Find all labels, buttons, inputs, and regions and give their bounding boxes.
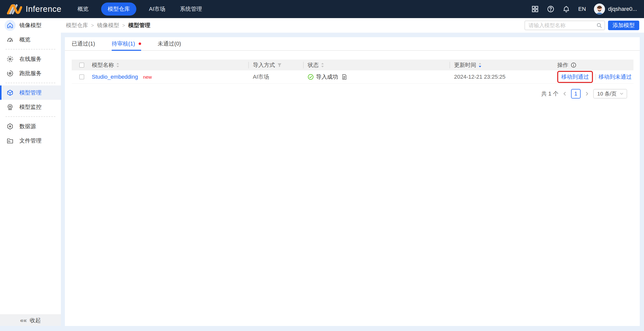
- tab-approved[interactable]: 已通过(1): [72, 37, 95, 50]
- sidebar-item-batch-service[interactable]: 跑批服务: [0, 66, 61, 80]
- apps-grid-icon[interactable]: [531, 5, 539, 13]
- select-all-checkbox[interactable]: [79, 63, 84, 68]
- breadcrumb-model-repo[interactable]: 模型仓库: [66, 22, 88, 29]
- sidebar-divider: [6, 83, 55, 83]
- breadcrumb-separator: >: [122, 23, 125, 28]
- data-source-icon: [5, 121, 16, 132]
- sort-icon[interactable]: [116, 62, 119, 68]
- brand-logo-icon: [7, 3, 22, 15]
- updated-time-cell: 2024-12-21 23:25:25: [454, 74, 557, 80]
- top-menu-overview[interactable]: 概览: [75, 3, 91, 16]
- brand[interactable]: Inference: [7, 3, 61, 15]
- breadcrumb: 模型仓库 > 镜像模型 > 模型管理: [66, 22, 150, 29]
- language-switch[interactable]: EN: [578, 6, 586, 12]
- column-separator: [450, 62, 450, 68]
- username-label: djqshare0...: [608, 6, 637, 12]
- column-separator: [303, 62, 304, 68]
- column-separator: [248, 62, 249, 68]
- top-menu-model-repo[interactable]: 模型仓库: [101, 3, 136, 16]
- breadcrumb-separator: >: [91, 23, 94, 28]
- search-input[interactable]: [525, 21, 605, 30]
- tab-rejected[interactable]: 未通过(0): [158, 37, 181, 50]
- header-model-name[interactable]: 模型名称: [92, 61, 253, 69]
- row-checkbox[interactable]: [79, 74, 84, 79]
- sidebar-item-data-source[interactable]: 数据源: [0, 119, 61, 133]
- header-import-method: 导入方式: [253, 61, 308, 69]
- status-tabs: 已通过(1) 待审核(1) 未通过(0): [65, 37, 640, 51]
- toolbar: 添加模型: [525, 21, 639, 30]
- move-to-rejected-link[interactable]: 移动到未通过: [598, 73, 632, 81]
- breadcrumb-image-model[interactable]: 镜像模型: [97, 22, 119, 29]
- breadcrumb-bar: 模型仓库 > 镜像模型 > 模型管理 添加模型: [61, 18, 644, 33]
- status-cell: 导入成功: [308, 73, 454, 81]
- page-size-select[interactable]: 10 条/页: [593, 89, 627, 99]
- sidebar-item-model-management[interactable]: 模型管理: [0, 85, 61, 100]
- import-method-cell: AI市场: [253, 73, 308, 81]
- sidebar-item-label: 在线服务: [19, 55, 42, 63]
- help-icon[interactable]: [547, 5, 554, 13]
- navbar-right: EN djqshare0...: [531, 4, 637, 15]
- header-checkbox-cell: [72, 63, 92, 68]
- sidebar-item-label: 概览: [19, 36, 30, 43]
- header-operation: 操作: [557, 61, 633, 69]
- dashboard-icon: [5, 34, 16, 45]
- chevron-down-icon: [620, 92, 624, 96]
- collapse-label: 收起: [30, 317, 41, 324]
- model-name-cell: Studio_embedding new: [92, 74, 253, 80]
- top-menu-system-admin[interactable]: 系统管理: [178, 3, 204, 16]
- sort-icon[interactable]: [321, 62, 324, 68]
- batch-service-icon: [5, 68, 16, 79]
- pagination-total: 共 1 个: [541, 90, 558, 98]
- next-page-icon[interactable]: [585, 91, 589, 96]
- header-updated-time[interactable]: 更新时间: [454, 61, 557, 69]
- sidebar-item-label: 数据源: [19, 123, 36, 130]
- sort-icon-descending-active[interactable]: [478, 62, 482, 68]
- top-menu-ai-market[interactable]: AI市场: [147, 3, 167, 16]
- move-to-approved-link[interactable]: 移动到通过: [561, 73, 589, 81]
- page-size-value: 10 条/页: [597, 90, 617, 97]
- sidebar-divider: [6, 49, 55, 50]
- header-status[interactable]: 状态: [308, 61, 454, 69]
- content-card: 已通过(1) 待审核(1) 未通过(0) 模型名称 导入方式: [65, 37, 640, 326]
- sidebar-item-label: 模型管理: [19, 89, 42, 97]
- sidebar-item-label: 镜像模型: [19, 22, 42, 29]
- action-divider: [595, 74, 596, 80]
- user-avatar: [594, 4, 605, 15]
- user-menu[interactable]: djqshare0...: [594, 4, 637, 15]
- status-text: 导入成功: [316, 73, 338, 81]
- filter-funnel-icon[interactable]: [277, 63, 282, 68]
- sidebar-item-online-service[interactable]: 在线服务: [0, 52, 61, 66]
- page-number-1[interactable]: 1: [571, 89, 581, 99]
- home-icon: [5, 20, 16, 31]
- notification-bell-icon[interactable]: [562, 5, 570, 13]
- tab-pending-review[interactable]: 待审核(1): [112, 37, 141, 50]
- sidebar-item-model-monitor[interactable]: 模型监控: [0, 100, 61, 114]
- prev-page-icon[interactable]: [562, 91, 567, 96]
- tab-label: 已通过(1): [72, 40, 95, 48]
- sidebar: 镜像模型 概览 在线服务: [0, 18, 61, 326]
- breadcrumb-current-page: 模型管理: [128, 22, 150, 29]
- model-table: 模型名称 导入方式 状态 更新时间: [72, 60, 633, 99]
- sidebar-item-overview[interactable]: 概览: [0, 32, 61, 47]
- folder-icon: [5, 135, 16, 146]
- sidebar-item-label: 跑批服务: [19, 70, 42, 77]
- search-icon[interactable]: [596, 23, 602, 28]
- info-icon[interactable]: [571, 62, 576, 68]
- new-badge: new: [143, 74, 152, 80]
- sidebar-item-label: 模型监控: [19, 103, 42, 111]
- collapse-chevrons-icon: ««: [20, 317, 27, 323]
- model-name-link[interactable]: Studio_embedding: [92, 74, 138, 80]
- sidebar-item-file-management[interactable]: 文件管理: [0, 133, 61, 148]
- row-checkbox-cell: [72, 74, 92, 79]
- success-check-icon: [308, 74, 314, 80]
- pagination: 共 1 个 1 10 条/页: [72, 89, 627, 99]
- top-navbar: Inference 概览 模型仓库 AI市场 系统管理: [0, 0, 644, 18]
- table-header: 模型名称 导入方式 状态 更新时间: [72, 60, 633, 70]
- sidebar-collapse-button[interactable]: «« 收起: [0, 314, 61, 326]
- log-file-icon[interactable]: [341, 74, 347, 80]
- operations-cell: 移动到通过 移动到未通过: [557, 71, 633, 83]
- sidebar-item-image-model[interactable]: 镜像模型: [0, 18, 61, 32]
- add-model-button[interactable]: 添加模型: [608, 21, 639, 30]
- sidebar-divider: [6, 116, 55, 117]
- table-row: Studio_embedding new AI市场 导入成功 2024-12-2…: [72, 70, 633, 84]
